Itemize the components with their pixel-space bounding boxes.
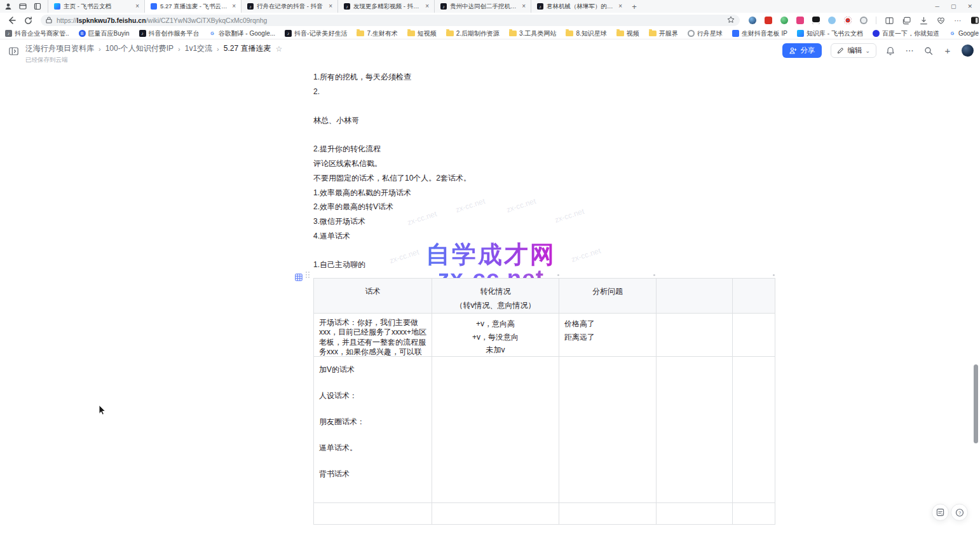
more-options-icon[interactable]: ⋯ xyxy=(904,46,915,56)
table-cell[interactable] xyxy=(657,314,733,357)
collections-icon[interactable] xyxy=(902,16,911,25)
table-cell[interactable] xyxy=(432,357,559,503)
tab-close-icon[interactable]: × xyxy=(327,3,334,10)
tab-close-icon[interactable]: × xyxy=(134,3,140,10)
bookmark-folder[interactable]: 8.知识星球 xyxy=(566,29,606,38)
bookmark-item[interactable]: 行舟星球 xyxy=(688,29,723,38)
table-header-cell[interactable] xyxy=(657,279,733,314)
breadcrumb-item[interactable]: 100-个人知识付费IP xyxy=(105,43,174,54)
tab-douyin-profile-2[interactable]: ♪ 贵州中达同创二手挖机的抖音 - 抖音 × xyxy=(434,0,531,13)
planet-extension-icon[interactable] xyxy=(749,17,756,24)
table-cell[interactable]: +v，意向高 +v，每没意向 未加v xyxy=(432,314,559,357)
blue-extension-icon[interactable] xyxy=(828,17,836,24)
target-extension-icon[interactable] xyxy=(844,17,852,24)
tab-douyin-profile-1[interactable]: ♪ 行舟在记录的抖音 - 抖音 × xyxy=(241,0,337,13)
doc-paragraph[interactable]: 评论区线索私信戳。 xyxy=(313,156,777,171)
table-cell[interactable] xyxy=(559,357,657,503)
tab-search-icon[interactable] xyxy=(33,3,41,11)
red-flag-extension-icon[interactable] xyxy=(765,17,772,24)
table-cell[interactable] xyxy=(733,503,775,525)
tab-douyin-search[interactable]: ♪ 发现更多精彩视频 - 抖音搜索 × xyxy=(337,0,434,13)
notifications-bell-icon[interactable] xyxy=(885,46,895,56)
bookmark-item[interactable]: 生财抖音老板 IP xyxy=(732,29,787,38)
table-cell[interactable] xyxy=(559,503,657,525)
table-grid-icon[interactable] xyxy=(295,272,303,284)
bookmark-folder[interactable]: 视频 xyxy=(616,29,639,38)
table-cell[interactable]: 价格高了 距离远了 xyxy=(559,314,657,357)
document-canvas[interactable]: 1.所有的挖机，每天必须检查 2. 林总、小林哥 2.提升你的转化流程 评论区线… xyxy=(0,66,980,533)
table-cell[interactable] xyxy=(314,503,432,525)
close-button[interactable]: ✕ xyxy=(967,3,972,10)
split-screen-icon[interactable] xyxy=(885,16,894,25)
search-icon[interactable] xyxy=(923,46,934,56)
workspaces-icon[interactable] xyxy=(18,3,27,11)
tab-close-icon[interactable]: × xyxy=(231,3,237,10)
bookmark-item[interactable]: 百度一下，你就知道 xyxy=(873,29,939,38)
favorite-star-icon[interactable] xyxy=(727,15,735,26)
copilot-sidebar-icon[interactable] xyxy=(970,16,979,25)
bookmark-folder[interactable]: 短视频 xyxy=(407,29,437,38)
create-plus-icon[interactable]: + xyxy=(943,46,953,56)
minimize-button[interactable]: ─ xyxy=(936,3,939,10)
bookmark-item[interactable]: B巨量百应Buyin xyxy=(79,29,130,38)
table-cell[interactable] xyxy=(733,314,775,357)
doc-paragraph[interactable]: 2. xyxy=(313,85,777,99)
bookmark-item[interactable]: ♪抖音-记录美好生活 xyxy=(285,29,347,38)
column-handle[interactable] xyxy=(653,274,655,276)
doc-paragraph[interactable] xyxy=(313,243,777,258)
breadcrumb-item[interactable]: 1v1交流 xyxy=(185,43,212,54)
column-handle[interactable] xyxy=(557,274,559,276)
bookmark-item[interactable]: ♪抖音创作服务平台 xyxy=(139,29,200,38)
new-tab-button[interactable]: + xyxy=(627,2,641,11)
breadcrumb-item[interactable]: 泛海行舟项目资料库 xyxy=(25,43,94,54)
vertical-scrollbar[interactable] xyxy=(974,364,978,443)
tab-douyin-profile-3[interactable]: ♪ 君林机械（林琳军）的抖音 - 抖音 × xyxy=(531,0,627,13)
settings-more-icon[interactable]: ⋯ xyxy=(953,16,962,25)
bookmark-item[interactable]: ♪抖音企业号商家管.. xyxy=(5,29,69,38)
tab-close-icon[interactable]: × xyxy=(617,3,623,10)
help-button[interactable]: ? xyxy=(951,504,968,521)
doc-paragraph[interactable]: 1.效率最高的私戳的开场话术 xyxy=(313,186,777,200)
doc-paragraph[interactable]: 不要用固定的话术，私信了10个人。2套话术。 xyxy=(313,171,777,186)
doc-paragraph[interactable]: 3.微信开场话术 xyxy=(313,214,777,229)
address-bar[interactable]: https://lspknkwu7b.feishu.cn/wiki/CZ1YwN… xyxy=(41,15,740,26)
profile-icon[interactable] xyxy=(4,3,12,11)
share-button[interactable]: 分享 xyxy=(782,43,822,58)
bookmark-folder[interactable]: 7.生财有术 xyxy=(357,29,397,38)
table-cell[interactable]: 加V的话术 人设话术： 朋友圈话术： 逼单话术。 背书话术 xyxy=(314,357,432,503)
bookmark-item[interactable]: 知识库 - 飞书云文档 xyxy=(797,29,863,38)
refresh-icon[interactable] xyxy=(23,15,33,25)
table-header-cell[interactable]: 转化情况 （转v情况、意向情况） xyxy=(432,279,559,314)
doc-paragraph[interactable] xyxy=(313,99,777,113)
table-cell[interactable]: 开场话术：你好，我们主要做xxx，目前已经服务了xxxx+地区老板，并且还有一整… xyxy=(314,314,432,357)
lock-icon[interactable] xyxy=(46,15,52,26)
table-cell[interactable] xyxy=(432,503,559,525)
tab-feishu-home[interactable]: 主页 - 飞书云文档 × xyxy=(48,0,144,13)
avatar[interactable] xyxy=(962,45,974,57)
doc-paragraph[interactable]: 1.自己主动聊的 xyxy=(313,258,777,272)
doc-paragraph[interactable] xyxy=(313,128,777,142)
document-body[interactable]: 1.所有的挖机，每天必须检查 2. 林总、小林哥 2.提升你的转化流程 评论区线… xyxy=(313,70,777,272)
feedback-button[interactable] xyxy=(932,504,949,521)
bookmark-item[interactable]: GGoogle xyxy=(949,30,979,37)
edit-button[interactable]: 编辑 ⌄ xyxy=(831,43,876,58)
doc-paragraph[interactable]: 2.提升你的转化流程 xyxy=(313,142,777,156)
column-handle[interactable] xyxy=(773,274,775,276)
tab-close-icon[interactable]: × xyxy=(424,3,430,10)
table-drag-handle[interactable] xyxy=(306,272,311,280)
sidebar-toggle-icon[interactable] xyxy=(9,46,18,58)
table-header-cell[interactable]: 分析问题 xyxy=(559,279,657,314)
refresh-extension-icon[interactable] xyxy=(860,17,868,24)
doc-paragraph[interactable]: 林总、小林哥 xyxy=(313,113,777,128)
table-cell[interactable] xyxy=(733,357,775,503)
maximize-button[interactable]: ▢ xyxy=(951,3,956,10)
table-header-cell[interactable] xyxy=(733,279,775,314)
table-header-cell[interactable]: 话术 xyxy=(314,279,432,314)
table-cell[interactable] xyxy=(657,357,733,503)
tab-close-icon[interactable]: × xyxy=(521,3,527,10)
download-icon[interactable] xyxy=(919,16,928,25)
bookmark-folder[interactable]: 2.后期制作资源 xyxy=(446,29,500,38)
doc-paragraph[interactable]: 1.所有的挖机，每天必须检查 xyxy=(313,70,777,85)
bookmark-folder[interactable]: 3.工具类网站 xyxy=(509,29,556,38)
back-icon[interactable] xyxy=(6,15,17,25)
